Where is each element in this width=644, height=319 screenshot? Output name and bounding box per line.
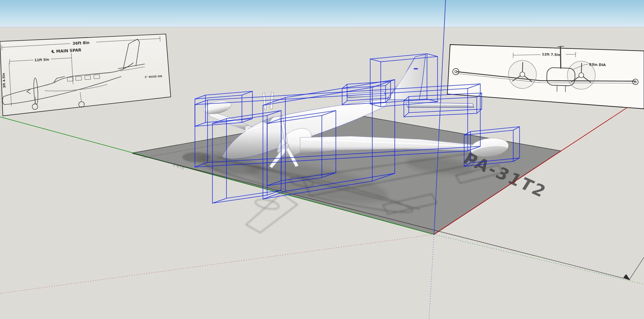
dim-mid-label: 11ft 5in — [34, 57, 49, 62]
3d-viewport[interactable]: PA-31T2 14in 36ft 8in ℄ MAIN SPAR — [0, 0, 644, 319]
dim-top-label: 36ft 8in — [73, 40, 90, 46]
prop-dia-label: 93in DIA — [589, 62, 606, 67]
sky — [0, 0, 644, 27]
dim-span-label: 12ft 7.5in — [542, 52, 561, 57]
tail-marking — [414, 68, 418, 69]
